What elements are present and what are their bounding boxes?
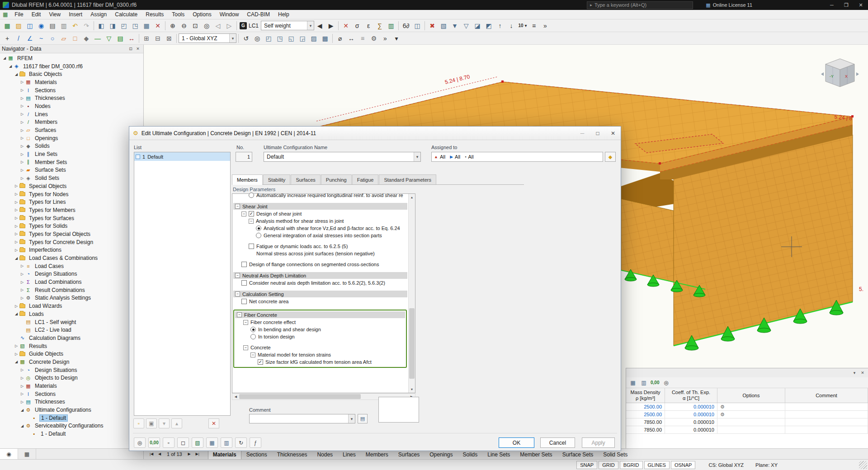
window-split-button[interactable]: ◨ (107, 20, 118, 31)
dialog-maximize-button[interactable]: □ (590, 127, 605, 140)
table-search-button[interactable]: ◎ (661, 378, 671, 387)
tree-item-types-for-concrete-design[interactable]: ▷Types for Concrete Design (0, 238, 143, 246)
work-plane-yz-button[interactable]: ⊟ (152, 33, 163, 44)
configuration-list-item[interactable]: 1Default (134, 152, 230, 161)
collapse-box-icon[interactable]: − (241, 212, 246, 216)
visibilities-button[interactable]: ◩ (483, 20, 494, 31)
options-cell[interactable]: ⚙ (717, 403, 785, 410)
collapse-box-icon[interactable]: − (235, 273, 240, 278)
next-table-button[interactable]: ▶ (185, 450, 193, 458)
menu-view[interactable]: View (45, 10, 65, 19)
measure-button[interactable]: ↔ (346, 33, 357, 44)
toolbar-overflow-button[interactable]: » (540, 20, 551, 31)
tree-item-rfem[interactable]: ◢▦RFEM (0, 54, 143, 62)
collapse-box-icon[interactable]: − (235, 291, 240, 296)
design-check-eps-button[interactable]: ε (363, 20, 374, 31)
display-settings-button[interactable]: ⚙ (368, 33, 379, 44)
collapsed-arrow-icon[interactable]: ▷ (19, 112, 25, 116)
collapsed-arrow-icon[interactable]: ▷ (19, 400, 25, 404)
new-configuration-button[interactable]: ▫ (133, 418, 144, 428)
thermal-coeff-cell[interactable]: 0.000010 (665, 411, 717, 418)
configuration-name-combo[interactable]: Default ▾ (264, 152, 421, 162)
checkbox-checked[interactable]: ✓ (258, 359, 263, 365)
view-z-button[interactable]: ◱ (286, 33, 297, 44)
filter-objects-button[interactable]: ▼ (449, 20, 460, 31)
toggle-snap[interactable]: SNAP (576, 461, 597, 469)
collapsed-arrow-icon[interactable]: ▷ (14, 240, 19, 244)
thermal-coeff-cell[interactable]: 0.000010 (665, 403, 717, 410)
collapsed-arrow-icon[interactable]: ▷ (14, 248, 19, 252)
menu-results[interactable]: Results (142, 10, 168, 19)
table-row[interactable]: 2500.000.000010⚙ (626, 403, 868, 411)
close-all-tables-button[interactable]: ✕ (152, 20, 163, 31)
export-configuration-button[interactable]: ▴ (171, 418, 182, 428)
maximize-button[interactable]: ❐ (839, 0, 854, 10)
comment-edit-button[interactable]: ▤ (358, 414, 368, 423)
print-button[interactable]: ▤ (47, 20, 58, 31)
table-tab-nodes[interactable]: Nodes (312, 450, 338, 459)
tree-item-types-for-nodes[interactable]: ▷Types for Nodes (0, 190, 143, 198)
menu-help[interactable]: Help (274, 10, 293, 19)
menu-options[interactable]: Options (189, 10, 215, 19)
calculation-diagrams-button[interactable]: ▥ (386, 20, 396, 31)
clipping-planes-button[interactable]: ◪ (472, 20, 483, 31)
dialog-tab-members[interactable]: Members (232, 174, 263, 185)
menu-file[interactable]: File (10, 10, 27, 19)
delete-loads-button[interactable]: ✖ (427, 20, 438, 31)
minimize-button[interactable]: ─ (825, 0, 839, 10)
user-profile-button[interactable]: ≡ (528, 20, 539, 31)
menu-calculate[interactable]: Calculate (111, 10, 142, 19)
collapsed-arrow-icon[interactable]: ▷ (19, 104, 25, 108)
table-tab-openings[interactable]: Openings (425, 450, 458, 459)
zoom-out-button[interactable]: ⊖ (179, 20, 189, 31)
display-navigator-tab[interactable]: ◉ (0, 449, 18, 459)
insert-opening-button[interactable]: □ (70, 33, 80, 44)
redo-button[interactable]: ↷ (81, 20, 92, 31)
units-settings-button[interactable]: 0,00 (148, 437, 160, 448)
expanded-arrow-icon[interactable]: ◢ (2, 56, 7, 60)
collapsed-arrow-icon[interactable]: ▷ (14, 200, 19, 204)
collapsed-arrow-icon[interactable]: ▷ (14, 184, 19, 188)
tree-item-1-default[interactable]: ▪1 - Default (0, 414, 143, 422)
collapsed-arrow-icon[interactable]: ▷ (14, 224, 19, 228)
control-panel-button[interactable]: ◫ (412, 20, 423, 31)
collapsed-arrow-icon[interactable]: ▷ (19, 152, 25, 156)
open-model-button[interactable]: ▨ (13, 20, 24, 31)
collapsed-arrow-icon[interactable]: ▷ (19, 392, 25, 396)
collapsed-arrow-icon[interactable]: ▷ (19, 160, 25, 164)
last-table-button[interactable]: ▶| (193, 450, 202, 458)
collapsed-arrow-icon[interactable]: ▷ (14, 304, 19, 308)
view-y-button[interactable]: ◳ (274, 33, 285, 44)
isometric-view-button[interactable]: ◲ (297, 33, 308, 44)
collapsed-arrow-icon[interactable]: ▷ (19, 176, 25, 180)
radio-unselected[interactable] (249, 193, 254, 198)
first-table-button[interactable]: |◀ (147, 450, 156, 458)
license-status[interactable]: ▦ Online License 11 (706, 2, 752, 8)
column-header-mass-density[interactable]: Mass Densityρ [kg/m³] (626, 388, 665, 403)
scroll-down-icon[interactable]: ▼ (409, 386, 415, 393)
toggle-bgrid[interactable]: BGRID (620, 461, 643, 469)
display-mode-button[interactable]: ▫ (163, 437, 175, 448)
rotate-view-button[interactable]: ↺ (241, 33, 251, 44)
zoom-window-button[interactable]: ⊡ (190, 20, 201, 31)
collapsed-arrow-icon[interactable]: ▷ (14, 192, 19, 196)
tree-item-objects-to-design[interactable]: ▷◎Objects to Design (0, 374, 143, 382)
tree-item-concrete-design[interactable]: ◢▩Concrete Design (0, 358, 143, 366)
work-plane-xz-button[interactable]: ⊠ (164, 33, 175, 44)
insert-line-support-button[interactable]: ▤ (115, 33, 126, 44)
previous-load-case-button[interactable]: ◀ (314, 20, 325, 31)
section-plane-button[interactable]: ⌀ (335, 33, 345, 44)
menu-assign[interactable]: Assign (86, 10, 111, 19)
collapsed-arrow-icon[interactable]: ▷ (19, 368, 25, 372)
thermal-coeff-cell[interactable]: 0.000010 (665, 418, 717, 426)
expanded-arrow-icon[interactable]: ◢ (8, 64, 13, 68)
mass-density-cell[interactable]: 7850.00 (626, 426, 665, 433)
column-header-comment[interactable]: Comment (785, 388, 868, 403)
tree-item-types-for-solids[interactable]: ▷Types for Solids (0, 222, 143, 230)
dialog-tab-surfaces[interactable]: Surfaces (291, 174, 320, 184)
tree-item-load-cases[interactable]: ▷≡Load Cases (0, 262, 143, 270)
views-navigator-tab[interactable]: ▦ (18, 449, 36, 459)
collapsed-arrow-icon[interactable]: ▷ (19, 264, 25, 268)
table-row[interactable]: 7850.000.000010 (626, 418, 868, 426)
tree-item-types-for-members[interactable]: ▷Types for Members (0, 206, 143, 214)
